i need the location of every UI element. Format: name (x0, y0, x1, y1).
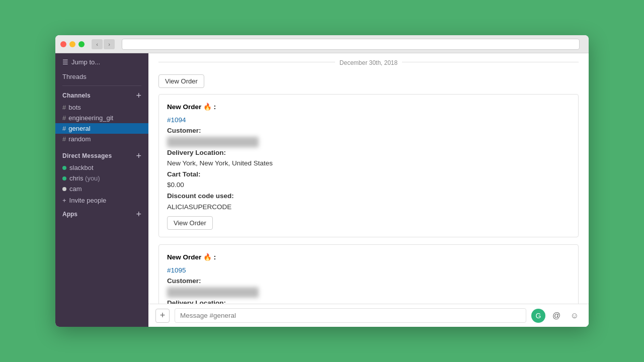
jump-to-button[interactable]: ☰ Jump to... (55, 53, 148, 71)
dm-name: chris (you) (69, 174, 100, 182)
customer-field-1094: Customer: Chris Tang <chris@emerald.io> (167, 125, 570, 147)
channel-name: bots (68, 104, 81, 111)
delivery-value-1094: New York, New York, United States (167, 159, 273, 167)
add-channel-button[interactable]: + (136, 91, 141, 100)
delivery-field-1095: Delivery Location: New York, New York, U… (167, 298, 570, 304)
channel-name: engineering_git (68, 114, 113, 122)
order-block-1094: New Order 🔥 : #1094 Customer: Chris Tang… (158, 94, 579, 237)
order-block-1095: New Order 🔥 : #1095 Customer: Chris Tang… (158, 244, 579, 304)
cart-field-1094: Cart Total: $0.00 (167, 169, 570, 191)
channel-name: general (68, 125, 90, 132)
channel-name: random (68, 135, 91, 143)
jump-to-label: Jump to... (71, 58, 100, 66)
order-id-1094: #1094 (167, 115, 570, 126)
order-title-1095: New Order 🔥 : (167, 252, 570, 263)
hash-icon: # (62, 135, 66, 143)
invite-people-row[interactable]: + Invite people (55, 194, 148, 207)
dm-label: Direct Messages (62, 152, 112, 159)
online-dot (62, 176, 66, 180)
channels-label: Channels (62, 92, 91, 99)
emoji-icon[interactable]: ☺ (568, 309, 582, 323)
jump-to-icon: ☰ (62, 58, 68, 66)
discount-value-1094: ALICIASUPERCODE (167, 203, 231, 211)
section-divider (62, 85, 141, 86)
order-link-1094[interactable]: #1094 (167, 116, 186, 124)
new-order-prefix-2: New Order (167, 253, 203, 261)
sidebar-item-bots[interactable]: # bots (55, 102, 148, 113)
fire-emoji: 🔥 (203, 103, 212, 111)
you-label: (you) (85, 174, 100, 182)
hash-icon: # (62, 104, 66, 111)
close-button[interactable] (60, 41, 66, 47)
dm-section: Direct Messages + (55, 148, 148, 162)
nav-arrows: ‹ › (92, 39, 115, 49)
add-attachment-button[interactable]: + (155, 309, 170, 323)
app-body: ☰ Jump to... Threads Channels + # bots #… (55, 53, 589, 327)
messages-area: December 30th, 2018 View Order New Order… (148, 53, 589, 304)
threads-label: Threads (62, 73, 87, 80)
message-input[interactable] (175, 308, 526, 323)
cart-label-1094: Cart Total: (167, 170, 201, 178)
fire-emoji-2: 🔥 (203, 253, 212, 261)
online-dot (62, 166, 66, 170)
apps-section: Apps + (55, 207, 148, 222)
sidebar-item-random[interactable]: # random (55, 134, 148, 144)
sidebar-item-engineering-git[interactable]: # engineering_git (55, 113, 148, 123)
delivery-label-1095: Delivery Location: (167, 299, 226, 304)
mention-icon[interactable]: @ (549, 309, 564, 323)
order-title-1094: New Order 🔥 : (167, 102, 570, 113)
discount-field-1094: Discount code used: ALICIASUPERCODE (167, 191, 570, 212)
order-colon-2: : (214, 253, 216, 261)
threads-row[interactable]: Threads (55, 71, 148, 83)
customer-label-1095: Customer: (167, 277, 201, 285)
discount-label-1094: Discount code used: (167, 192, 234, 200)
delivery-label-1094: Delivery Location: (167, 149, 226, 156)
new-order-prefix: New Order (167, 103, 203, 111)
minimize-button[interactable] (69, 41, 75, 47)
apps-label: Apps (62, 211, 77, 218)
maximize-button[interactable] (78, 41, 85, 47)
channels-section: Channels + (55, 88, 148, 102)
input-icons: G @ ☺ (531, 309, 582, 323)
add-app-button[interactable]: + (136, 210, 141, 219)
top-view-order-button[interactable]: View Order (158, 74, 204, 88)
sidebar: ☰ Jump to... Threads Channels + # bots #… (55, 53, 148, 327)
hash-icon: # (62, 114, 66, 122)
cart-value-1094: $0.00 (167, 181, 184, 189)
back-button[interactable]: ‹ (92, 39, 103, 49)
send-grammarly-icon[interactable]: G (531, 309, 545, 323)
sidebar-item-cam[interactable]: cam (55, 184, 148, 194)
date-divider: December 30th, 2018 (158, 53, 579, 70)
forward-button[interactable]: › (104, 39, 115, 49)
sidebar-item-chris[interactable]: chris (you) (55, 173, 148, 184)
offline-dot (62, 187, 66, 191)
invite-label: Invite people (69, 197, 107, 204)
plus-icon: + (62, 197, 66, 204)
customer-label-1094: Customer: (167, 127, 201, 134)
sidebar-item-slackbot[interactable]: slackbot (55, 162, 148, 173)
order-colon: : (214, 103, 216, 111)
order-link-1095[interactable]: #1095 (167, 266, 186, 274)
view-order-button-1094[interactable]: View Order (167, 216, 213, 230)
dm-name: slackbot (69, 164, 94, 171)
hash-icon: # (62, 125, 66, 132)
sidebar-item-general[interactable]: # general (55, 123, 148, 134)
address-bar[interactable] (122, 39, 580, 50)
delivery-field-1094: Delivery Location: New York, New York, U… (167, 147, 570, 169)
customer-value-1095: Chris Tang <chris@emerald.io> (167, 287, 259, 298)
add-dm-button[interactable]: + (136, 151, 141, 160)
browser-titlebar: ‹ › (55, 35, 589, 53)
top-view-order-container: View Order (158, 70, 579, 88)
date-text: December 30th, 2018 (340, 59, 397, 66)
customer-value-1094: Chris Tang <chris@emerald.io> (167, 137, 259, 147)
dm-name: cam (69, 185, 82, 193)
main-content: December 30th, 2018 View Order New Order… (148, 53, 589, 327)
order-id-1095: #1095 (167, 265, 570, 276)
message-input-bar: + G @ ☺ (148, 304, 589, 327)
browser-window: ‹ › ☰ Jump to... Threads Channels + # (55, 35, 589, 327)
customer-field-1095: Customer: Chris Tang <chris@emerald.io> (167, 276, 570, 297)
